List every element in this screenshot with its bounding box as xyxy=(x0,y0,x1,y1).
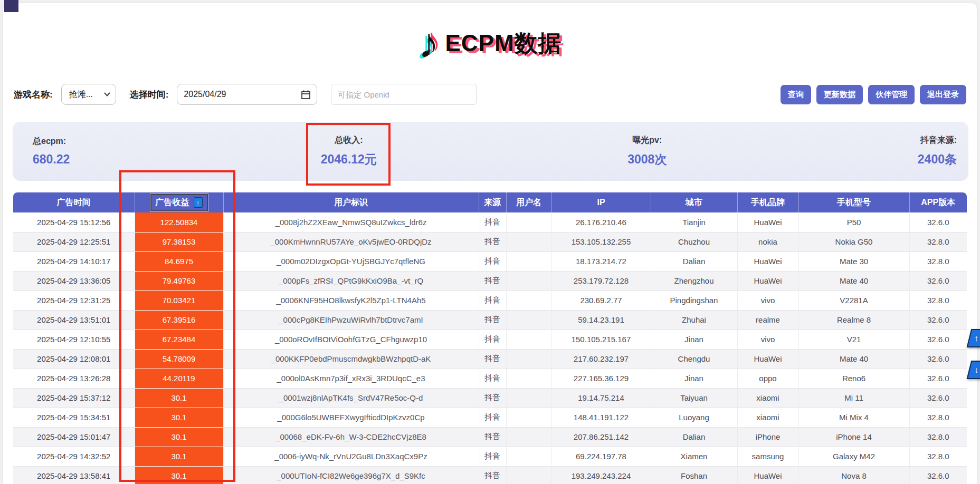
cell-app-version: 32.6.0 xyxy=(909,330,967,349)
cell-phone-brand: HuaWei xyxy=(737,212,798,232)
chevron-down-icon xyxy=(104,92,110,96)
col-city: 城市 xyxy=(651,192,737,212)
action-buttons: 查询 更新数据 伙伴管理 退出登录 xyxy=(781,85,966,104)
cell-user-id: _000UTIoN-fCI82We6ge396g7X_d_S9Kfc xyxy=(223,466,479,484)
table-row: 2025-04-29 13:26:28 44.20119 _000ol0AsKm… xyxy=(13,369,967,388)
cell-ad-revenue: 122.50834 xyxy=(135,212,223,232)
cell-ad-revenue: 84.6975 xyxy=(135,251,223,271)
cell-ad-time: 2025-04-29 14:32:52 xyxy=(13,447,135,466)
cell-ad-revenue: 79.49763 xyxy=(135,271,223,291)
revenue-sort-control[interactable]: 广告收益 ↑ xyxy=(150,194,208,211)
cell-phone-brand: HuaWei xyxy=(737,466,798,484)
cell-source: 抖音 xyxy=(479,232,506,251)
select-time-label: 选择时间: xyxy=(130,89,169,101)
cell-ip: 207.86.251.142 xyxy=(551,427,651,447)
cell-username xyxy=(506,427,551,447)
cell-city: Foshan xyxy=(651,466,737,484)
table-row: 2025-04-29 15:37:12 30.1 _0001wzj8nlApTK… xyxy=(13,388,967,408)
cell-ad-time: 2025-04-29 12:31:25 xyxy=(13,291,135,310)
cell-phone-brand: HuaWei xyxy=(737,251,798,271)
cell-user-id: _000pFs_zfRSI_QPtG9kKxiO9Ba_-vt_rQ xyxy=(223,271,479,291)
cell-city: Tianjin xyxy=(651,212,737,232)
col-ad-time: 广告时间 xyxy=(13,192,135,212)
partner-management-button[interactable]: 伙伴管理 xyxy=(868,85,915,104)
cell-phone-model: Realme 8 xyxy=(798,310,909,330)
col-username: 用户名 xyxy=(506,192,551,212)
cell-city: Zhuhai xyxy=(651,310,737,330)
scroll-down-icon: ↓ xyxy=(974,365,978,375)
date-input[interactable]: 2025/04/29 xyxy=(177,84,317,105)
cell-user-id: _000cPg8KEIhPwzuWiRvlh7btDtrvc7amI xyxy=(223,310,479,330)
cell-ad-time: 2025-04-29 14:10:17 xyxy=(13,251,135,271)
cell-city: Chengdu xyxy=(651,349,737,369)
cell-source: 抖音 xyxy=(479,291,506,310)
cell-app-version: 32.6.0 xyxy=(909,369,967,388)
openid-input[interactable] xyxy=(331,84,477,105)
cell-app-version: 32.6.0 xyxy=(909,271,967,291)
cell-ad-time: 2025-04-29 12:25:51 xyxy=(13,232,135,251)
page-title: ECPM数据 xyxy=(445,28,562,59)
cell-username xyxy=(506,408,551,427)
table-row: 2025-04-29 15:01:47 30.1 _00068_eDK-Fv-6… xyxy=(13,427,967,447)
cell-phone-model: Nova 8 xyxy=(798,466,909,484)
cell-username xyxy=(506,330,551,349)
cell-phone-brand: vivo xyxy=(737,291,798,310)
cell-username xyxy=(506,251,551,271)
cell-city: Xiamen xyxy=(651,447,737,466)
table-row: 2025-04-29 12:08:01 54.78009 _000KKFP0eb… xyxy=(13,349,967,369)
cell-user-id: _00068_eDK-Fv-6h_W-3-CDE2hcCVjz8E8 xyxy=(223,427,479,447)
cell-phone-model: Mate 40 xyxy=(798,349,909,369)
game-select[interactable]: 抢滩... xyxy=(61,84,116,105)
data-table: 广告时间 广告收益 ↑ 用户标识 来源 用户名 IP 城市 手机品牌 手机型号 … xyxy=(13,192,967,484)
cell-app-version: 32.8.0 xyxy=(909,408,967,427)
cell-city: Dalian xyxy=(651,427,737,447)
cell-user-id: _0006KNF95HO8lkwsfyK2l5Zp1-LTN4Ah5 xyxy=(223,291,479,310)
cell-phone-brand: HuaWei xyxy=(737,349,798,369)
logout-button[interactable]: 退出登录 xyxy=(920,85,966,104)
table-header-row: 广告时间 广告收益 ↑ 用户标识 来源 用户名 IP 城市 手机品牌 手机型号 … xyxy=(13,192,967,212)
cell-city: Chuzhou xyxy=(651,232,737,251)
cell-phone-brand: realme xyxy=(737,310,798,330)
stat-label: 曝光pv: xyxy=(627,135,667,146)
cell-ip: 230.69.2.77 xyxy=(551,291,651,310)
cell-ad-revenue: 30.1 xyxy=(135,427,223,447)
col-app-version: APP版本 xyxy=(909,192,967,212)
cell-ad-time: 2025-04-29 13:26:28 xyxy=(13,369,135,388)
cell-user-id: _000G6lo5UWBEFXwygIfticdDIpKzvz0Cp xyxy=(223,408,479,427)
cell-phone-model: Mate 40 xyxy=(798,271,909,291)
cell-ad-revenue: 30.1 xyxy=(135,466,223,484)
title-bar: ♪ ECPM数据 xyxy=(0,19,980,67)
stat-douyin-source: 抖音来源: 2400条 xyxy=(918,135,957,168)
cell-app-version: 32.8.0 xyxy=(909,427,967,447)
cell-source: 抖音 xyxy=(479,466,506,484)
update-data-button[interactable]: 更新数据 xyxy=(816,85,863,104)
cell-source: 抖音 xyxy=(479,388,506,408)
sort-up-badge: ↑ xyxy=(194,197,203,208)
cell-ad-revenue: 30.1 xyxy=(135,447,223,466)
cell-city: Jinan xyxy=(651,369,737,388)
table-row: 2025-04-29 12:25:51 97.38153 _000KmHwnnR… xyxy=(13,232,967,251)
cell-username xyxy=(506,291,551,310)
cell-user-id: _000oROvIfBOtViOohfGTzG_CFhguwzp10 xyxy=(223,330,479,349)
cell-city: Dalian xyxy=(651,251,737,271)
scroll-up-icon: ↑ xyxy=(974,334,978,343)
table-row: 2025-04-29 12:31:25 70.03421 _0006KNF95H… xyxy=(13,291,967,310)
cell-ip: 69.224.197.78 xyxy=(551,447,651,466)
cell-phone-model: Mate 30 xyxy=(798,251,909,271)
table-body: 2025-04-29 15:12:56 122.50834 _0008j2hZ2… xyxy=(13,212,967,484)
calendar-icon xyxy=(301,90,310,99)
cell-phone-brand: vivo xyxy=(737,330,798,349)
query-button[interactable]: 查询 xyxy=(781,85,811,104)
cell-ad-revenue: 67.39516 xyxy=(135,310,223,330)
cell-ip: 217.60.232.197 xyxy=(551,349,651,369)
cell-city: Taiyuan xyxy=(651,388,737,408)
cell-phone-model: iPhone 14 xyxy=(798,427,909,447)
cell-user-id: _000m02DIzgxOpGt-YUjSBGJYc7qtfleNG xyxy=(223,251,479,271)
table-row: 2025-04-29 13:36:05 79.49763 _000pFs_zfR… xyxy=(13,271,967,291)
cell-app-version: 32.6.0 xyxy=(909,349,967,369)
cell-phone-model: Nokia G50 xyxy=(798,232,909,251)
cell-ad-time: 2025-04-29 12:10:55 xyxy=(13,330,135,349)
cell-ad-time: 2025-04-29 15:01:47 xyxy=(13,427,135,447)
cell-app-version: 32.8.0 xyxy=(909,447,967,466)
cell-username xyxy=(506,466,551,484)
